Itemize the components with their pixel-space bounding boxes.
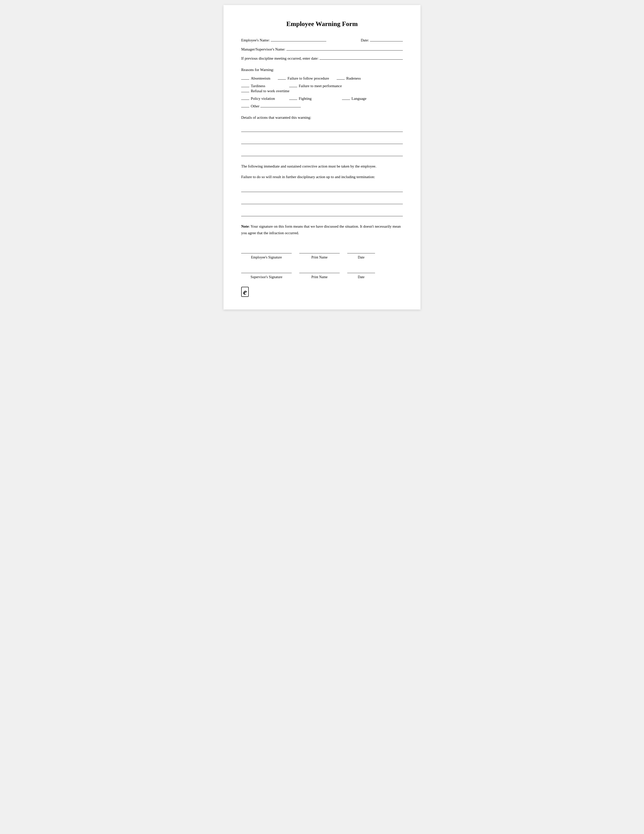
label-tardiness: Tardiness [251, 84, 265, 88]
checkbox-tardiness: Tardiness [241, 83, 282, 88]
employee-sig-labels-row: Employee's Signature Print Name Date [241, 255, 403, 259]
name-date-row: Employee's Name: Date: [241, 37, 403, 42]
logo-icon: e [241, 287, 249, 297]
blank-absenteeism[interactable] [241, 76, 249, 79]
manager-name-line[interactable] [286, 46, 403, 50]
checkbox-work-overtime: Refusal to work overtime [241, 88, 289, 93]
label-other: Other [251, 104, 259, 108]
supervisor-date-line[interactable] [347, 267, 375, 273]
supervisor-print-col [299, 267, 340, 274]
logo-letter: e [243, 287, 247, 296]
label-policy-violation: Policy violation [251, 97, 275, 101]
employee-print-line[interactable] [299, 247, 340, 254]
reasons-row-2: Tardiness Failure to meet performance Re… [241, 83, 403, 93]
label-rudeness: Rudeness [346, 76, 361, 81]
discipline-date-line[interactable] [320, 55, 403, 60]
date-field: Date: [361, 37, 403, 42]
corrective-line-3[interactable] [241, 208, 403, 216]
label-fighting: Fighting [299, 97, 312, 101]
discipline-label: If previous discipline meeting occurred,… [241, 57, 318, 61]
employee-sig-col [241, 247, 292, 254]
form-page: Employee Warning Form Employee's Name: D… [223, 5, 421, 309]
label-work-overtime: Refusal to work overtime [251, 89, 289, 93]
corrective-line-2[interactable] [241, 197, 403, 204]
supervisor-sig-line[interactable] [241, 267, 292, 273]
supervisor-print-label-col: Print Name [299, 275, 340, 279]
date-label: Date: [361, 38, 369, 42]
details-label: Details of actions that warranted this w… [241, 115, 403, 120]
supervisor-sig-block: Supervisor's Signature Print Name Date [241, 267, 403, 279]
corrective-section: The following immediate and sustained co… [241, 163, 403, 216]
details-line-3[interactable] [241, 149, 403, 156]
corrective-text-1: The following immediate and sustained co… [241, 163, 403, 169]
reasons-row-1: Absenteeism Failure to follow procedure … [241, 76, 403, 81]
employee-date-label: Date [358, 255, 365, 259]
employee-date-label-col: Date [347, 255, 375, 259]
blank-other[interactable] [241, 103, 249, 107]
supervisor-print-line[interactable] [299, 267, 340, 273]
checkbox-fighting: Fighting [289, 96, 312, 101]
supervisor-sig-label-col: Supervisor's Signature [241, 275, 292, 279]
checkbox-policy-violation: Policy violation [241, 96, 282, 101]
blank-follow-procedure[interactable] [278, 76, 286, 79]
employee-print-label-col: Print Name [299, 255, 340, 259]
label-follow-procedure: Failure to follow procedure [287, 76, 329, 81]
employee-name-field: Employee's Name: [241, 37, 326, 42]
employee-date-col [347, 247, 375, 254]
logo-area: e [241, 287, 403, 297]
supervisor-print-label: Print Name [312, 275, 328, 279]
note-text: Note: Your signature on this form means … [241, 223, 403, 236]
blank-rudeness[interactable] [337, 76, 345, 79]
supervisor-sig-labels-row: Supervisor's Signature Print Name Date [241, 275, 403, 279]
manager-name-label: Manager/Supervisor's Name: [241, 47, 286, 52]
corrective-text-2: Failure to do so will result in further … [241, 174, 403, 180]
blank-language[interactable] [342, 96, 350, 100]
supervisor-sig-label: Supervisor's Signature [250, 275, 282, 279]
blank-fighting[interactable] [289, 96, 297, 100]
checkbox-rudeness: Rudeness [337, 76, 361, 81]
discipline-date-row: If previous discipline meeting occurred,… [241, 55, 403, 61]
employee-print-col [299, 247, 340, 254]
blank-tardiness[interactable] [241, 83, 249, 87]
checkbox-absenteeism: Absenteeism [241, 76, 270, 81]
checkbox-language: Language [342, 96, 366, 101]
checkbox-other: Other [241, 103, 301, 108]
reasons-row-3: Policy violation Fighting Language [241, 96, 403, 101]
blank-work-overtime[interactable] [241, 88, 249, 92]
details-line-1[interactable] [241, 124, 403, 132]
employee-name-label: Employee's Name: [241, 38, 270, 42]
manager-name-row: Manager/Supervisor's Name: [241, 46, 403, 52]
employee-print-label: Print Name [312, 255, 328, 259]
date-line[interactable] [370, 37, 403, 42]
employee-sig-row-lines [241, 247, 403, 254]
supervisor-sig-row-lines [241, 267, 403, 274]
supervisor-date-col [347, 267, 375, 274]
checkbox-follow-procedure: Failure to follow procedure [278, 76, 329, 81]
note-bold: Note [241, 225, 249, 228]
reasons-grid: Absenteeism Failure to follow procedure … [241, 76, 403, 108]
other-line[interactable] [260, 103, 301, 107]
reasons-row-4: Other [241, 103, 403, 108]
supervisor-date-label: Date [358, 275, 365, 279]
employee-name-line[interactable] [271, 37, 326, 42]
blank-policy-violation[interactable] [241, 96, 249, 100]
form-title: Employee Warning Form [241, 20, 403, 28]
employee-sig-line[interactable] [241, 247, 292, 254]
details-line-2[interactable] [241, 136, 403, 144]
employee-sig-label: Employee's Signature [251, 255, 282, 259]
label-absenteeism: Absenteeism [251, 76, 270, 81]
supervisor-date-label-col: Date [347, 275, 375, 279]
employee-sig-label-col: Employee's Signature [241, 255, 292, 259]
details-section: Details of actions that warranted this w… [241, 115, 403, 156]
note-body: : Your signature on this form means that… [241, 225, 401, 235]
employee-sig-block: Employee's Signature Print Name Date [241, 247, 403, 259]
signature-section: Employee's Signature Print Name Date [241, 247, 403, 279]
label-meet-performance: Failure to meet performance [299, 84, 342, 88]
supervisor-sig-col [241, 267, 292, 274]
employee-date-line[interactable] [347, 247, 375, 254]
checkbox-meet-performance: Failure to meet performance [289, 83, 342, 88]
note-section: Note: Your signature on this form means … [241, 223, 403, 236]
blank-meet-performance[interactable] [289, 83, 297, 87]
label-language: Language [352, 97, 366, 101]
corrective-line-1[interactable] [241, 184, 403, 192]
